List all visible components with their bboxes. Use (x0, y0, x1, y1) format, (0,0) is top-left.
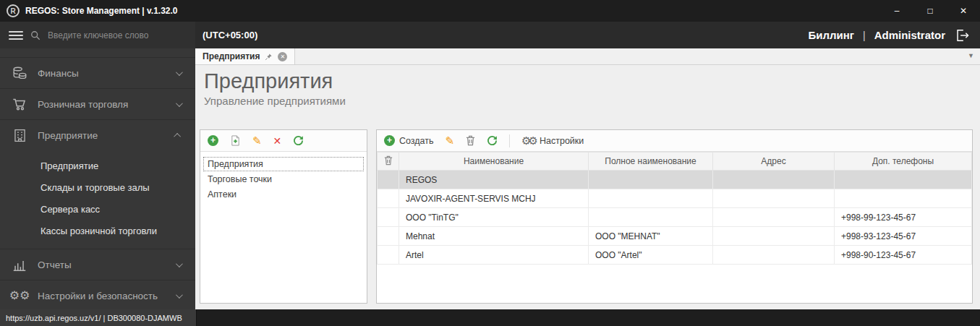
column-address[interactable]: Адрес (713, 153, 835, 171)
refresh-icon[interactable] (293, 135, 304, 146)
refresh-icon[interactable] (487, 135, 498, 146)
sidebar-item-finance[interactable]: Финансы (0, 57, 195, 88)
sidebar-item-label: Финансы (38, 68, 79, 79)
billing-link[interactable]: Биллинг (808, 29, 854, 41)
sidebar-subitem-label: Склады и торговые залы (41, 182, 150, 193)
add-icon[interactable]: + (208, 135, 218, 146)
cart-icon (10, 96, 29, 112)
trash-icon[interactable] (466, 135, 475, 146)
sidebar: Финансы Розничная торговля Предприятие П… (0, 22, 195, 309)
app-logo-icon: R (7, 4, 20, 17)
table-row[interactable]: JAVOXIR-AGENT-SERVIS MCHJ (378, 189, 972, 208)
sidebar-item-settings-security[interactable]: ⚙⚙ Настройки и безопасность (0, 280, 195, 311)
cell-name: OOO "TinTG" (399, 208, 589, 227)
column-delete[interactable] (378, 153, 399, 171)
table-row[interactable]: OOO "TinTG" +998-99-123-45-67 (378, 208, 972, 227)
sidebar-subitem-cash-servers[interactable]: Сервера касс (0, 198, 195, 220)
add-document-icon[interactable] (230, 135, 241, 146)
sidebar-item-label: Настройки и безопасность (38, 291, 158, 301)
sidebar-menu: Финансы Розничная торговля Предприятие П… (0, 48, 195, 311)
panels: + ✎ ✕ Предприятия Торговые точки Аптеки … (200, 129, 973, 304)
sidebar-subitem-label: Сервера касс (41, 204, 100, 215)
cell-address (713, 227, 835, 246)
edit-icon[interactable]: ✎ (446, 135, 455, 146)
logout-icon[interactable] (954, 27, 970, 43)
search-icon (30, 30, 41, 40)
trash-icon (384, 155, 393, 166)
cell-phones: +998-90-123-45-67 (835, 246, 972, 265)
tab-bar: Предприятия ✕ ▼ (195, 48, 980, 65)
cell-address (713, 171, 835, 189)
status-url: https://uzb.api.regos.uz/v1/ | DB300080-… (0, 309, 197, 326)
maximize-button[interactable]: □ (913, 0, 947, 22)
tab-close-icon[interactable]: ✕ (278, 52, 287, 61)
title-bar: R REGOS: Store Management | v.1.32.0 – □… (0, 0, 980, 22)
category-panel: + ✎ ✕ Предприятия Торговые точки Аптеки (200, 129, 367, 304)
table-row[interactable]: Artel OOO "Artel" +998-90-123-45-67 (378, 246, 972, 265)
cell-name: REGOS (399, 171, 589, 189)
chart-icon (10, 257, 29, 273)
cell-phones (835, 189, 972, 208)
create-button[interactable]: + Создать (384, 135, 434, 146)
row-delete-cell (378, 246, 399, 265)
sidebar-item-reports[interactable]: Отчеты (0, 249, 195, 280)
table-header-row: Наименование Полное наименование Адрес Д… (378, 153, 972, 171)
row-delete-cell (378, 171, 399, 189)
table-row[interactable]: Mehnat OOO "MEHNAT" +998-93-123-45-67 (378, 227, 972, 246)
cell-address (713, 246, 835, 265)
status-bar: https://uzb.api.regos.uz/v1/ | DB300080-… (0, 309, 980, 326)
pin-icon[interactable] (265, 53, 273, 61)
sidebar-subitem-warehouses[interactable]: Склады и торговые залы (0, 176, 195, 198)
window-title: REGOS: Store Management | v.1.32.0 (25, 6, 178, 16)
sidebar-item-label: Отчеты (38, 259, 72, 270)
chevron-down-icon (176, 69, 183, 76)
category-toolbar: + ✎ ✕ (200, 130, 367, 152)
category-list: Предприятия Торговые точки Аптеки (200, 152, 367, 207)
search-input[interactable] (48, 30, 167, 40)
grid-wrap: Наименование Полное наименование Адрес Д… (377, 152, 972, 303)
list-item-trade-points[interactable]: Торговые точки (203, 172, 364, 186)
create-button-label: Создать (399, 136, 434, 146)
table-row[interactable]: REGOS (378, 171, 972, 189)
minimize-button[interactable]: – (880, 0, 913, 22)
close-button[interactable]: ✕ (947, 0, 980, 22)
settings-button[interactable]: ⚙⚙ Настройки (521, 135, 584, 146)
list-item-enterprises[interactable]: Предприятия (203, 157, 364, 171)
add-icon: + (384, 135, 395, 146)
sidebar-item-retail[interactable]: Розничная торговля (0, 88, 195, 119)
toolbar-separator (509, 134, 510, 147)
sidebar-item-enterprise[interactable]: Предприятие (0, 119, 195, 150)
sidebar-item-label: Розничная торговля (38, 99, 128, 110)
delete-icon[interactable]: ✕ (273, 136, 282, 146)
user-menu[interactable]: Administrator (874, 29, 945, 41)
grid-panel: + Создать ✎ ⚙⚙ Настройки (376, 129, 973, 304)
sidebar-subitem-retail-cash[interactable]: Кассы розничной торговли (0, 220, 195, 241)
column-phones[interactable]: Доп. телефоны (835, 153, 972, 171)
tab-label: Предприятия (203, 51, 260, 61)
page-head: Предприятия Управление предприятиями (195, 65, 980, 107)
app-window: R REGOS: Store Management | v.1.32.0 – □… (0, 0, 980, 326)
window-controls: – □ ✕ (880, 0, 980, 22)
main-content: Предприятия ✕ ▼ Предприятия Управление п… (195, 48, 980, 309)
building-icon (10, 128, 29, 143)
chevron-down-icon (176, 291, 183, 299)
sidebar-search-row (0, 22, 195, 48)
edit-icon[interactable]: ✎ (252, 135, 262, 146)
hamburger-menu-icon[interactable] (9, 31, 23, 40)
cell-name: Artel (399, 246, 589, 265)
grid-toolbar: + Создать ✎ ⚙⚙ Настройки (377, 130, 972, 152)
sidebar-subitem-label: Предприятие (41, 160, 98, 171)
list-item-pharmacies[interactable]: Аптеки (203, 187, 364, 202)
cell-full-name: OOO "Artel" (589, 246, 713, 265)
cell-address (713, 189, 835, 208)
header-strip: (UTC+05:00) Биллинг | Administrator (195, 22, 980, 48)
sidebar-subitem-enterprise[interactable]: Предприятие (0, 155, 195, 176)
chevron-down-icon (176, 100, 183, 107)
tab-list-dropdown-icon[interactable]: ▼ (968, 52, 974, 59)
column-name[interactable]: Наименование (399, 153, 589, 171)
sidebar-item-label: Предприятие (38, 130, 98, 141)
column-full-name[interactable]: Полное наименование (589, 153, 713, 171)
header-right: Биллинг | Administrator (808, 27, 970, 43)
tab-enterprises[interactable]: Предприятия ✕ (195, 48, 295, 64)
cell-phones: +998-99-123-45-67 (835, 208, 972, 227)
